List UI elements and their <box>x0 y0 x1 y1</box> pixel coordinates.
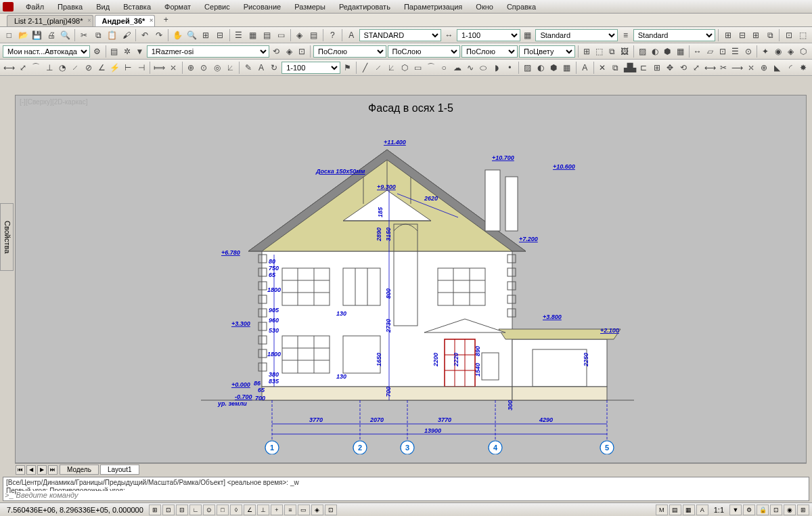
last-layout-button[interactable]: ⏭ <box>48 465 58 475</box>
point-icon[interactable]: • <box>504 61 516 74</box>
doc-tab-1[interactable]: List 2-11_(planj)498*× <box>7 15 93 26</box>
mlstyle-icon[interactable]: ≡ <box>619 28 632 42</box>
open-icon[interactable]: 📂 <box>17 28 30 42</box>
zoom-prev-icon[interactable]: ⊟ <box>214 28 227 42</box>
dimstyle-icon[interactable]: ↔ <box>443 28 455 42</box>
dim-baseline-icon[interactable]: ⊢ <box>122 61 133 74</box>
osnap-toggle[interactable]: □ <box>217 504 229 515</box>
table-style-combo[interactable]: Standard <box>535 29 618 41</box>
ellipse-icon[interactable]: ⬭ <box>478 61 489 74</box>
jog-linear-icon[interactable]: ⟀ <box>225 61 236 74</box>
revcloud-icon[interactable]: ☁ <box>451 61 463 74</box>
tile-v-icon[interactable]: ⊞ <box>750 28 763 42</box>
copy-icon[interactable]: ⧉ <box>92 28 105 42</box>
misc2-icon[interactable]: ⬚ <box>796 28 809 42</box>
annotation-scale[interactable]: 1:1 <box>710 506 728 514</box>
lineweight-combo[interactable]: ПоСлою <box>461 45 518 58</box>
polygon-icon[interactable]: ⬡ <box>399 61 410 74</box>
id-icon[interactable]: ⊙ <box>742 45 754 58</box>
gear-icon[interactable]: ⚙ <box>91 45 103 58</box>
table-icon[interactable]: ▦ <box>675 45 686 58</box>
sheet-icon[interactable]: ▭ <box>275 28 288 42</box>
block-icon[interactable]: ⊞ <box>581 45 593 58</box>
menu-view[interactable]: Вид <box>89 1 116 12</box>
join-icon[interactable]: ⊕ <box>759 61 770 74</box>
ext2-icon[interactable]: ◉ <box>773 45 784 58</box>
new-icon[interactable]: □ <box>3 28 16 42</box>
inspect-icon[interactable]: ◎ <box>211 61 223 74</box>
new-tab-button[interactable]: + <box>159 13 173 26</box>
chamfer-icon[interactable]: ◣ <box>771 61 783 74</box>
extend-icon[interactable]: ⟶ <box>731 61 744 74</box>
lwt-toggle[interactable]: ≡ <box>284 504 296 515</box>
doc-tab-2[interactable]: Андрей_36*× <box>95 15 156 26</box>
dist-icon[interactable]: ↔ <box>692 45 703 58</box>
region2-icon[interactable]: ⬢ <box>548 61 560 74</box>
model-tab[interactable]: Модель <box>60 465 99 475</box>
layer-iso-icon[interactable]: ◈ <box>284 45 295 58</box>
dim-tedit-icon[interactable]: A <box>255 61 267 74</box>
menu-modify[interactable]: Редактировать <box>332 1 397 12</box>
menu-edit[interactable]: Правка <box>51 1 89 12</box>
ml-style-combo[interactable]: Standard <box>633 29 716 41</box>
linetype-combo[interactable]: ПоСлою <box>388 45 461 58</box>
isolate-objects-icon[interactable]: ◉ <box>784 504 796 515</box>
ext4-icon[interactable]: ⬡ <box>798 45 809 58</box>
dyn-toggle[interactable]: + <box>271 504 283 515</box>
pan-icon[interactable]: ✋ <box>171 28 184 42</box>
break-icon[interactable]: ⤬ <box>745 61 757 74</box>
modelspace-button[interactable]: M <box>656 504 668 515</box>
area-icon[interactable]: ▱ <box>704 45 716 58</box>
pline-icon[interactable]: ⟀ <box>386 61 397 74</box>
ext1-icon[interactable]: ✦ <box>760 45 771 58</box>
zoom-window-icon[interactable]: ⊞ <box>200 28 212 42</box>
dim-override-icon[interactable]: ⚑ <box>342 61 353 74</box>
annotation-scale-icon[interactable]: A <box>696 504 708 515</box>
dim-space-icon[interactable]: ⟾ <box>153 61 166 74</box>
markup-icon[interactable]: ◈ <box>294 28 307 42</box>
properties-icon[interactable]: ☰ <box>232 28 245 42</box>
app-icon[interactable] <box>3 2 14 12</box>
paste-icon[interactable]: 📋 <box>106 28 118 42</box>
move-icon[interactable]: ✥ <box>664 61 675 74</box>
textstyle-icon[interactable]: A <box>345 28 358 42</box>
copy2-icon[interactable]: ⧉ <box>610 61 621 74</box>
dim-edit-icon[interactable]: ✎ <box>242 61 254 74</box>
close-icon[interactable]: × <box>87 17 91 24</box>
close-icon[interactable]: × <box>150 17 153 24</box>
menu-draw[interactable]: Рисование <box>237 1 288 12</box>
grid-toggle[interactable]: ⊡ <box>162 504 175 515</box>
mirror-icon[interactable]: ▟▙ <box>623 61 637 74</box>
ellipse-arc-icon[interactable]: ◗ <box>491 61 502 74</box>
xline-icon[interactable]: ⟋ <box>372 61 384 74</box>
dim-radius-icon[interactable]: ◔ <box>56 61 68 74</box>
menu-window[interactable]: Окно <box>469 1 500 12</box>
model-toggle[interactable]: ⊞ <box>149 504 161 515</box>
xref-icon[interactable]: ⧉ <box>606 45 618 58</box>
text-style-combo[interactable]: STANDARD <box>359 29 442 41</box>
layout1-tab[interactable]: Layout1 <box>100 465 139 475</box>
center-mark-icon[interactable]: ⊙ <box>198 61 210 74</box>
dim-continue-icon[interactable]: ⊣ <box>135 61 147 74</box>
dim-linear-icon[interactable]: ⟷ <box>3 61 16 74</box>
layer-prev-icon[interactable]: ⟲ <box>271 45 282 58</box>
gradient-icon[interactable]: ◐ <box>649 45 660 58</box>
line-icon[interactable]: ╱ <box>359 61 371 74</box>
preview-icon[interactable]: 🔍 <box>59 28 72 42</box>
tolerance-icon[interactable]: ⊕ <box>185 61 196 74</box>
circle-icon[interactable]: ○ <box>438 61 450 74</box>
tile-h-icon[interactable]: ⊟ <box>736 28 748 42</box>
menu-format[interactable]: Формат <box>158 1 198 12</box>
print-icon[interactable]: 🖨 <box>45 28 58 42</box>
erase-icon[interactable]: ✕ <box>597 61 608 74</box>
annotation-visibility-icon[interactable]: ▼ <box>729 504 742 515</box>
menu-dimensions[interactable]: Размеры <box>288 1 332 12</box>
massprops-icon[interactable]: ⊡ <box>717 45 729 58</box>
color-combo[interactable]: ПоСлою <box>313 45 386 58</box>
undo-icon[interactable]: ↶ <box>139 28 152 42</box>
dim-angular-icon[interactable]: ∠ <box>96 61 108 74</box>
cut-icon[interactable]: ✂ <box>78 28 91 42</box>
3dosnap-toggle[interactable]: ◊ <box>230 504 242 515</box>
dim-scale-combo-2[interactable]: 1-100 <box>281 62 340 74</box>
polar-toggle[interactable]: ⊙ <box>203 504 215 515</box>
